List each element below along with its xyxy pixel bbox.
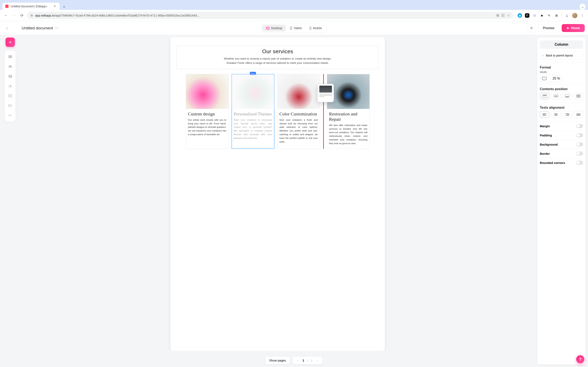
card-text[interactable]: Want your sneakers to showcase your favo… — [234, 118, 272, 140]
extensions-menu-icon[interactable]: ⊞ — [554, 13, 559, 18]
chevron-left-icon: ‹ — [543, 54, 544, 57]
padding-row: Padding — [540, 131, 583, 140]
card-image[interactable] — [186, 74, 228, 109]
card-column[interactable]: Color Customization Give your sneakers a… — [277, 74, 320, 149]
section-description[interactable]: Whether you want to revamp a classic pai… — [212, 57, 343, 65]
page[interactable]: Our services Whether you want to revamp … — [171, 38, 385, 351]
align-center-button[interactable] — [551, 111, 561, 118]
text-alignment-segmented — [540, 111, 583, 118]
align-left-icon — [543, 114, 547, 116]
next-page-button[interactable]: › — [315, 359, 319, 362]
forward-button[interactable]: → — [11, 12, 17, 18]
background-row: Background — [540, 140, 583, 149]
width-input[interactable]: 25 % — [540, 75, 562, 82]
card-column[interactable]: Custom design Our artists work closely w… — [186, 74, 229, 149]
device-tablet-tab[interactable]: Tablet — [286, 25, 305, 31]
cards-row: Custom design Our artists work closely w… — [177, 74, 379, 149]
rail-grid-tool[interactable] — [6, 92, 14, 100]
cursor-icon — [8, 85, 12, 87]
device-desktop-tab[interactable]: Desktop — [262, 25, 286, 31]
extension-icon[interactable]: ◉ — [518, 13, 522, 18]
document-title[interactable]: Untitled document — [22, 26, 53, 30]
sneaker-photo — [186, 74, 228, 109]
bookmark-icon[interactable]: ☆ — [507, 13, 510, 17]
extension-icon[interactable]: F — [525, 13, 529, 18]
drag-preview-image — [319, 86, 332, 92]
card-text[interactable]: Our artists work closely with you to bri… — [188, 118, 226, 136]
position-top-button[interactable] — [540, 92, 549, 100]
card-text[interactable]: Give your sneakers a fresh and vibrant l… — [279, 118, 318, 144]
browser-tab[interactable]: Untitled document | Editapp.i ✕ — [2, 3, 60, 10]
card-image[interactable] — [277, 74, 320, 109]
rail-text-block[interactable] — [6, 62, 14, 71]
width-mode-icon — [542, 77, 546, 80]
card-column-selected[interactable]: ••• Personalized Themes Want your sneake… — [232, 74, 274, 149]
chart-icon — [8, 104, 12, 107]
position-stretch-button[interactable] — [573, 92, 583, 100]
toggle-label: Rounded corners — [540, 161, 565, 165]
home-button[interactable]: ⌂ — [3, 25, 11, 32]
divider — [540, 103, 583, 103]
section-title[interactable]: Our services — [182, 48, 374, 55]
open-external-icon[interactable]: ⧉ — [497, 14, 499, 17]
help-button[interactable]: ? — [576, 355, 584, 363]
preview-button[interactable]: Preview — [538, 24, 559, 32]
rail-chart-tool[interactable] — [6, 101, 14, 110]
extension-icon[interactable]: ✎ — [547, 13, 552, 18]
desktop-icon — [266, 27, 269, 29]
align-center-icon — [554, 114, 558, 116]
background-toggle[interactable] — [576, 142, 583, 146]
width-value: 25 % — [553, 77, 560, 80]
position-bottom-button[interactable] — [562, 92, 572, 100]
address-bar[interactable]: ⚙ app.editapp.io/app/794b98c7-91ad-4798-… — [27, 12, 513, 19]
rail-image-block[interactable] — [6, 72, 14, 80]
share-label: Share — [571, 26, 580, 30]
text-icon — [8, 65, 12, 68]
card-title[interactable]: Custom design — [188, 111, 226, 117]
device-mobile-tab[interactable]: Mobile — [306, 25, 325, 31]
browser-menu-icon[interactable]: ⋮ — [580, 13, 585, 18]
rounded-toggle[interactable] — [576, 161, 583, 165]
rail-group — [5, 50, 16, 122]
card-title[interactable]: Personalized Themes — [234, 111, 272, 117]
prev-page-button[interactable]: ‹ — [296, 359, 300, 362]
add-block-button[interactable]: + — [6, 38, 15, 47]
site-settings-icon[interactable]: ⚙ — [30, 14, 33, 17]
reload-button[interactable]: ⟳ — [20, 12, 24, 18]
card-title[interactable]: Restoration and Repair — [329, 111, 367, 122]
new-tab-button[interactable]: + — [61, 4, 67, 10]
device-label: Desktop — [271, 26, 282, 30]
settings-button[interactable]: ⚙ — [527, 24, 536, 33]
rail-cursor-tool[interactable] — [6, 82, 14, 90]
extension-icon[interactable]: ☻ — [540, 13, 544, 18]
show-pages-button[interactable]: Show pages — [265, 357, 290, 364]
tab-list-button[interactable]: ⌄ — [579, 4, 586, 10]
downloads-icon[interactable]: ⭳ — [565, 13, 569, 18]
card-title[interactable]: Color Customization — [279, 111, 318, 117]
device-label: Tablet — [294, 26, 302, 30]
close-tab-icon[interactable]: ✕ — [53, 4, 57, 8]
translate-icon[interactable]: 🇬 — [501, 14, 504, 17]
padding-toggle[interactable] — [576, 133, 583, 137]
extension-icon[interactable]: ⌬ — [532, 13, 537, 18]
section-header-block[interactable]: Our services Whether you want to revamp … — [177, 46, 379, 69]
profile-avatar[interactable] — [572, 13, 577, 18]
grid-icon — [8, 94, 12, 97]
rail-placeholder-block[interactable] — [6, 53, 14, 61]
margin-toggle[interactable] — [576, 124, 583, 128]
device-switcher: Desktop Tablet Mobile — [261, 24, 327, 33]
share-button[interactable]: ➤ Share — [562, 24, 585, 32]
border-toggle[interactable] — [576, 151, 583, 156]
position-middle-button[interactable] — [551, 92, 561, 100]
align-justify-button[interactable] — [573, 111, 583, 118]
browser-toolbar: ← → ⟳ ⚙ app.editapp.io/app/794b98c7-91ad… — [0, 10, 588, 21]
card-image[interactable] — [232, 74, 274, 109]
rail-spacer-tool[interactable] — [6, 111, 14, 119]
align-right-button[interactable] — [562, 111, 572, 118]
align-left-button[interactable] — [540, 111, 549, 118]
back-to-parent-button[interactable]: ‹ Back to parent layout — [540, 52, 583, 59]
document-menu-icon[interactable]: ••• — [55, 26, 59, 30]
card-text[interactable]: We also offer restoration and repair ser… — [329, 124, 367, 145]
send-icon: ➤ — [567, 26, 569, 30]
back-button[interactable]: ← — [3, 12, 9, 18]
